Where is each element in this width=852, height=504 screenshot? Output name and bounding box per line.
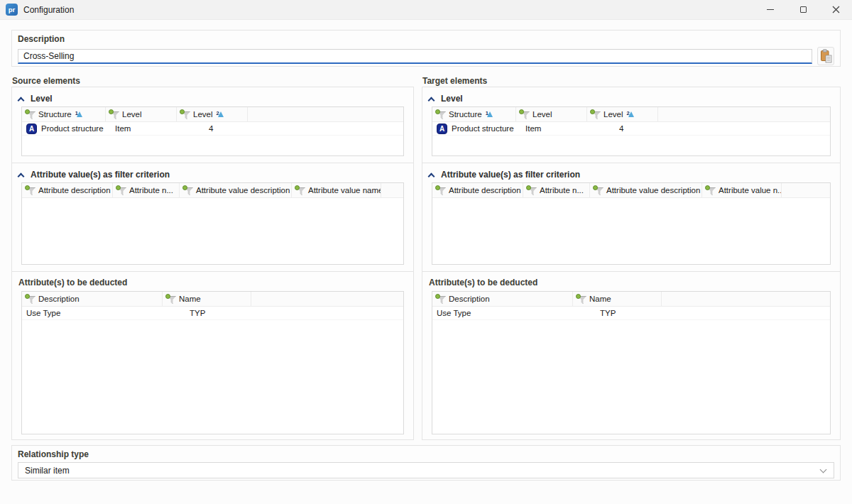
column-label: Description: [38, 295, 80, 303]
minimize-button[interactable]: [754, 0, 787, 20]
table-header-row: Attribute description Attribute n... Att…: [432, 183, 830, 198]
clipboard-paste-icon: [820, 49, 832, 63]
column-header-empty: [782, 183, 830, 197]
column-label: Name: [179, 295, 201, 303]
selected-relationship-value: Similar item: [25, 466, 70, 476]
column-header-attribute-value-name[interactable]: Attribute value name: [292, 183, 381, 197]
filter-funnel-icon[interactable]: [436, 295, 445, 303]
filter-funnel-icon[interactable]: [26, 295, 35, 303]
target-elements-label: Target elements: [422, 76, 487, 86]
source-filter-section-header[interactable]: Attribute value(s) as filter criterion: [12, 163, 413, 180]
target-level-section-header[interactable]: Level: [422, 87, 840, 104]
collapse-chevron-icon: [429, 172, 435, 177]
target-deducted-table: Description Name Use Type TYP: [432, 291, 831, 434]
close-button[interactable]: [819, 0, 852, 20]
description-input[interactable]: [18, 49, 812, 64]
column-header-description[interactable]: Description: [22, 292, 163, 306]
filter-funnel-icon[interactable]: [116, 186, 126, 195]
section-title: Attribute value(s) as filter criterion: [31, 170, 170, 180]
cell-description: Use Type: [22, 309, 163, 317]
column-label: Attribute n...: [540, 186, 584, 195]
cell-level-number: 4: [177, 124, 248, 133]
column-header-name[interactable]: Name: [573, 292, 662, 306]
column-label: Level: [604, 110, 623, 119]
column-label: Level: [193, 110, 213, 119]
relationship-type-select[interactable]: Similar item: [18, 462, 834, 478]
column-header-attribute-description[interactable]: Attribute description: [22, 183, 113, 197]
column-label: Level: [532, 110, 552, 119]
collapse-chevron-icon: [18, 96, 25, 102]
column-header-attribute-value-description[interactable]: Attribute value description: [590, 183, 702, 197]
filter-funnel-icon[interactable]: [594, 186, 603, 195]
column-header-empty: [251, 292, 403, 306]
cell-level: Item: [106, 124, 177, 133]
column-header-level[interactable]: Level: [106, 107, 177, 121]
filter-funnel-icon[interactable]: [295, 186, 305, 195]
filter-funnel-icon[interactable]: [180, 110, 190, 119]
column-label: Attribute value name: [308, 186, 381, 195]
column-header-level-2[interactable]: Level 2: [587, 107, 658, 121]
section-title: Level: [31, 94, 53, 104]
column-label: Attribute description: [449, 186, 521, 195]
filter-funnel-icon[interactable]: [577, 295, 586, 303]
filter-funnel-icon[interactable]: [436, 186, 445, 195]
column-header-description[interactable]: Description: [432, 292, 573, 306]
column-label: Description: [449, 295, 490, 303]
maximize-button[interactable]: [787, 0, 819, 20]
filter-funnel-icon[interactable]: [26, 186, 35, 195]
source-level-section-header[interactable]: Level: [12, 87, 413, 104]
column-header-empty: [658, 107, 830, 121]
column-header-attribute-name[interactable]: Attribute n...: [523, 183, 590, 197]
column-header-attribute-value-description[interactable]: Attribute value description: [180, 183, 292, 197]
column-header-attribute-description[interactable]: Attribute description: [432, 183, 523, 197]
table-row[interactable]: Use Type TYP: [22, 307, 403, 320]
target-filter-section-header[interactable]: Attribute value(s) as filter criterion: [422, 163, 840, 180]
filter-funnel-icon[interactable]: [109, 110, 119, 119]
filter-funnel-icon[interactable]: [520, 110, 529, 119]
column-label: Level: [122, 110, 142, 119]
column-header-attribute-name[interactable]: Attribute n...: [113, 183, 180, 197]
column-header-empty: [248, 107, 403, 121]
column-header-structure[interactable]: Structure 1: [432, 107, 516, 121]
filter-funnel-icon[interactable]: [166, 295, 175, 303]
collapse-chevron-icon: [429, 96, 435, 102]
target-filter-table: Attribute description Attribute n... Att…: [432, 182, 831, 265]
window-controls: [754, 0, 852, 20]
cell-name: TYP: [163, 309, 251, 317]
table-row[interactable]: A Product structure Item 4: [22, 122, 403, 136]
table-row[interactable]: A Product structure Item 4: [432, 122, 830, 136]
titlebar: pr Configuration: [0, 0, 852, 20]
column-header-name[interactable]: Name: [163, 292, 251, 306]
minimize-icon: [767, 9, 774, 10]
source-deducted-table: Description Name Use Type TYP: [21, 291, 404, 434]
filter-funnel-icon[interactable]: [436, 110, 445, 119]
filter-funnel-icon[interactable]: [591, 110, 600, 119]
structure-type-badge: A: [437, 124, 447, 134]
filter-funnel-icon[interactable]: [26, 110, 35, 119]
column-header-level-2[interactable]: Level 2: [177, 107, 248, 121]
column-header-structure[interactable]: Structure 1: [22, 107, 106, 121]
target-elements-panel: Level Structure 1 Level Level: [422, 87, 841, 440]
filter-funnel-icon[interactable]: [527, 186, 536, 195]
description-label: Description: [12, 31, 840, 44]
app-icon: pr: [6, 4, 18, 16]
close-icon: [832, 6, 840, 13]
column-header-level[interactable]: Level: [516, 107, 587, 121]
cell-level: Item: [516, 124, 587, 133]
cell-level-number: 4: [587, 124, 658, 133]
table-header-row: Description Name: [22, 292, 403, 307]
column-label: Structure: [38, 110, 72, 119]
column-label: Attribute value n...: [719, 186, 782, 195]
description-group: Description: [11, 30, 841, 67]
column-label: Attribute value description: [606, 186, 700, 195]
column-header-attribute-value-name[interactable]: Attribute value n...: [702, 183, 782, 197]
source-deducted-header: Attribute(s) to be deducted: [12, 272, 413, 289]
cell-structure: Product structure: [41, 124, 104, 133]
relationship-type-label: Relationship type: [12, 446, 840, 459]
table-row[interactable]: Use Type TYP: [432, 307, 830, 320]
collapse-chevron-icon: [18, 172, 25, 177]
filter-funnel-icon[interactable]: [183, 186, 192, 195]
paste-button[interactable]: [817, 47, 834, 65]
target-deducted-header: Attribute(s) to be deducted: [422, 272, 840, 289]
filter-funnel-icon[interactable]: [706, 186, 715, 195]
